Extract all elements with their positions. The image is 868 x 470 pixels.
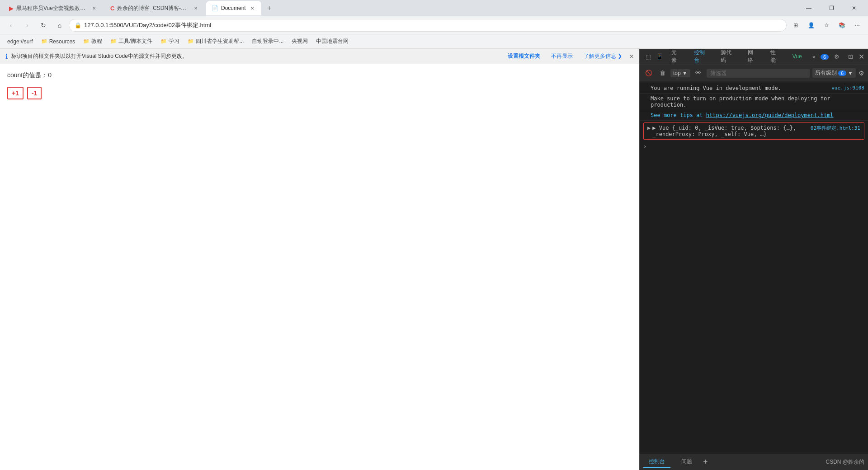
- minimize-button[interactable]: —: [798, 0, 819, 16]
- bookmark-study-icon: 📁: [160, 38, 167, 44]
- browser-tab-1[interactable]: ▶ 黑马程序员Vue全套视频教程... ✕: [4, 1, 103, 15]
- bookmark-earthquake-label: 中国地震台网: [316, 38, 349, 45]
- tab2-favicon: C: [110, 5, 114, 12]
- devtools-tab-network[interactable]: 网络: [742, 49, 763, 67]
- devtools-tab-vue[interactable]: Vue: [787, 52, 807, 62]
- bookmark-earthquake[interactable]: 中国地震台网: [312, 37, 352, 46]
- sources-tab-label: 源代码: [721, 49, 731, 63]
- error-entry-row: ▶ ▶ Vue {_uid: 0, _isVue: true, $options…: [644, 123, 864, 139]
- reload-button[interactable]: ↻: [36, 18, 51, 33]
- browser-tab-2[interactable]: C 姓余的的博客_CSDN博客-Pytho... ✕: [105, 1, 204, 15]
- level-badge: 6: [838, 70, 846, 76]
- devtools-tab-elements[interactable]: 元素: [666, 49, 686, 67]
- bookmark-tools-label: 工具/脚本文件: [118, 38, 152, 45]
- error-entry-box: ▶ ▶ Vue {_uid: 0, _isVue: true, $options…: [643, 122, 864, 140]
- favorites-button[interactable]: ☆: [819, 18, 834, 33]
- bookmark-cctv-label: 央视网: [292, 38, 308, 45]
- devtools-badge: 6: [821, 54, 829, 60]
- decrement-button[interactable]: -1: [27, 87, 42, 99]
- error-entry-content: ▶ Vue {_uid: 0, _isVue: true, $options: …: [652, 125, 809, 137]
- console-filter-input[interactable]: [707, 69, 810, 78]
- extensions-button[interactable]: ⊞: [788, 18, 803, 33]
- count-display: count的值是：0: [7, 71, 632, 80]
- settings-button[interactable]: ⋯: [850, 18, 864, 33]
- address-bar[interactable]: 🔒 127.0.0.1:5500/VUE/Day2/code/02事件绑定.ht…: [69, 19, 787, 32]
- devtools-device-button[interactable]: 📱: [655, 52, 664, 62]
- home-button[interactable]: ⌂: [52, 18, 67, 33]
- bookmark-autologin[interactable]: 自动登录中...: [248, 37, 287, 46]
- expand-arrow-icon[interactable]: ▶: [647, 125, 651, 131]
- profile-button[interactable]: 👤: [804, 18, 818, 33]
- chevron-down-icon: ▼: [682, 70, 688, 76]
- tab1-close[interactable]: ✕: [90, 5, 98, 12]
- close-notification-icon[interactable]: ✕: [629, 53, 634, 60]
- devtools-gear-button[interactable]: ⚙: [859, 70, 864, 77]
- set-root-folder-button[interactable]: 设置根文件夹: [504, 52, 544, 61]
- devtools-close-button[interactable]: ✕: [859, 52, 864, 61]
- devtools-tab-sources[interactable]: 源代码: [715, 49, 741, 67]
- elements-tab-label: 元素: [671, 49, 677, 63]
- network-tab-label: 网络: [748, 49, 753, 63]
- message-text-1: You are running Vue in development mode.: [651, 85, 781, 91]
- source-link-1[interactable]: vue.js:9108: [831, 85, 864, 91]
- bottom-tab-issues[interactable]: 问题: [676, 456, 698, 468]
- devtools-tab-console[interactable]: 控制台: [689, 49, 714, 67]
- add-tab-button[interactable]: +: [703, 457, 708, 467]
- bookmark-resources-icon: 📁: [41, 38, 47, 44]
- bookmark-tools[interactable]: 📁 工具/脚本文件: [107, 37, 156, 46]
- bottom-tab-console[interactable]: 控制台: [643, 456, 670, 468]
- bottom-issues-label: 问题: [681, 458, 692, 465]
- bottom-right-info: CSDN @姓余的: [826, 458, 864, 466]
- bookmark-surf-label: edge://surf: [7, 38, 33, 45]
- bookmark-tutorials-label: 教程: [91, 38, 102, 45]
- devtools-more-tabs[interactable]: »: [809, 52, 819, 62]
- devtools-clear-button[interactable]: 🗑: [657, 68, 668, 79]
- bookmark-cctv[interactable]: 央视网: [288, 37, 311, 46]
- message-text-2: Make sure to turn on production mode whe…: [651, 95, 830, 108]
- bookmark-sichuan-icon: 📁: [188, 38, 194, 44]
- tab2-close[interactable]: ✕: [192, 5, 199, 12]
- eye-button[interactable]: 👁: [693, 68, 704, 79]
- tab2-label: 姓余的的博客_CSDN博客-Pytho...: [117, 5, 189, 12]
- bookmark-resources[interactable]: 📁 Resources: [38, 38, 79, 46]
- new-tab-button[interactable]: +: [263, 2, 276, 14]
- browser-tab-3[interactable]: 📄 Document ✕: [206, 1, 261, 15]
- devtools-settings-button[interactable]: ⚙: [831, 52, 842, 62]
- notification-bar: ℹ 标识项目的根文件夹以以打开Visual Studio Code中的源文件并同…: [0, 49, 639, 64]
- devtools-dock-button[interactable]: ⊡: [845, 52, 856, 62]
- bookmark-tutorials-icon: 📁: [83, 38, 90, 44]
- bottom-console-label: 控制台: [649, 458, 665, 465]
- tips-link[interactable]: https://vuejs.org/guide/deployment.html: [706, 112, 834, 118]
- bookmark-study-label: 学习: [169, 38, 179, 45]
- close-button[interactable]: ✕: [844, 0, 864, 16]
- top-label: top: [673, 70, 681, 76]
- collections-button[interactable]: 📚: [835, 18, 849, 33]
- learn-more-button[interactable]: 了解更多信息 ❯: [580, 52, 626, 61]
- lock-icon: 🔒: [75, 22, 81, 28]
- dismiss-button[interactable]: 不再显示: [547, 52, 576, 61]
- devtools-tab-performance[interactable]: 性能: [765, 49, 785, 67]
- forward-button[interactable]: ›: [20, 18, 34, 33]
- bookmark-resources-label: Resources: [49, 38, 75, 45]
- tab3-favicon: 📄: [212, 5, 218, 11]
- console-tab-label: 控制台: [694, 49, 705, 63]
- tab3-close[interactable]: ✕: [249, 5, 256, 12]
- bookmark-sichuan[interactable]: 📁 四川省学生资助帮...: [184, 37, 247, 46]
- bookmark-tutorials[interactable]: 📁 教程: [80, 37, 106, 46]
- notification-icon: ℹ: [5, 53, 8, 60]
- console-prompt[interactable]: ›: [640, 141, 868, 151]
- error-source-link[interactable]: 02事件绑定.html:31: [811, 125, 860, 132]
- back-button[interactable]: ‹: [4, 18, 18, 33]
- count-label: count的值是：: [7, 71, 48, 79]
- maximize-button[interactable]: ❐: [821, 0, 842, 16]
- devtools-block-button[interactable]: 🚫: [643, 68, 654, 79]
- bookmark-study[interactable]: 📁 学习: [157, 37, 183, 46]
- prompt-arrow-icon: ›: [643, 143, 646, 150]
- top-context-selector[interactable]: top ▼: [670, 69, 690, 77]
- bookmark-surf[interactable]: edge://surf: [4, 38, 37, 46]
- devtools-inspect-button[interactable]: ⬚: [643, 52, 653, 62]
- increment-button[interactable]: +1: [7, 87, 24, 99]
- count-value: 0: [48, 71, 52, 79]
- level-selector[interactable]: 所有级别 6 ▼: [812, 68, 856, 78]
- console-message-2: Make sure to turn on production mode whe…: [640, 94, 868, 110]
